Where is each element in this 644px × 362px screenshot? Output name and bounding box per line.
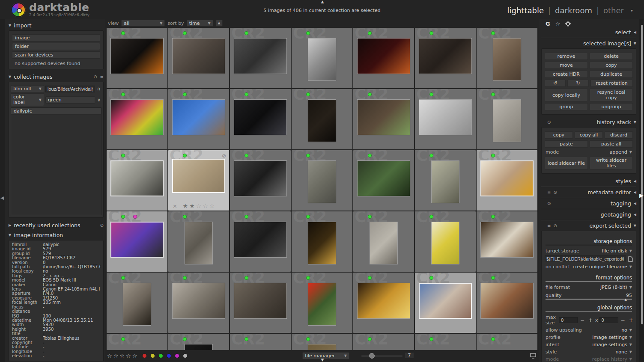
thumbnail-red-lantern[interactable]: CR2 — [353, 28, 414, 88]
thumbnail-stone-wall-climber[interactable]: CR2⊘×★★☆☆☆ — [168, 150, 229, 211]
profile-dropdown[interactable]: image settings ▼ — [592, 335, 632, 340]
geotagging-header[interactable]: geotagging ◀ — [540, 210, 637, 220]
thumbnail-white-sink[interactable]: CR2 — [415, 89, 476, 149]
delete-button[interactable]: delete — [590, 53, 633, 60]
view-filter-dropdown[interactable]: all ▼ — [121, 20, 165, 27]
thumbnail-brick-arch[interactable]: CR2 — [107, 273, 167, 333]
remove-button[interactable]: remove — [545, 53, 588, 60]
duplicate-button[interactable]: duplicate — [590, 71, 633, 78]
height-plus-button[interactable]: + — [628, 317, 635, 323]
rule-add-chevron-icon[interactable]: ∨ — [96, 97, 101, 103]
copy-button[interactable]: copy — [545, 131, 573, 139]
copy-locally-button[interactable]: copy locally — [545, 89, 588, 101]
reject-icon[interactable]: × — [173, 203, 177, 209]
view-other[interactable]: other — [603, 6, 624, 15]
select-header[interactable]: select ◀ — [540, 27, 637, 37]
collapse-right-panel-icon[interactable]: ▶ — [639, 192, 644, 199]
reset-rotation-button[interactable]: reset rotation — [590, 80, 633, 87]
target-storage-dropdown[interactable]: file on disk ▼ — [602, 248, 632, 254]
collapse-left-panel-icon[interactable]: ◀ — [0, 195, 4, 201]
tagging-header[interactable]: ⊙ tagging ◀ — [540, 199, 637, 208]
rating-star-icon[interactable]: ☆ — [209, 202, 215, 209]
thumbnail-round-sign-fence[interactable]: CR2 — [292, 150, 352, 211]
write-sidecar-files-button[interactable]: write sidecar files — [590, 157, 633, 169]
load-sidecar-file-button[interactable]: load sidecar file — [545, 157, 588, 169]
zoom-slider[interactable] — [361, 356, 402, 356]
view-lighttable[interactable]: lighttable — [507, 6, 544, 15]
thumbnail-spaniel-dog[interactable]: CR2 — [477, 211, 537, 272]
sort-by-dropdown[interactable]: time ▼ — [187, 20, 213, 27]
thumbnail-bicycle-bell-dark[interactable]: CR2 — [292, 89, 352, 149]
thumbnail-smoke-dark[interactable]: CR2 — [230, 89, 291, 149]
discard-button[interactable]: discard — [605, 131, 633, 139]
resync-local-copy-button[interactable]: resync local copy — [590, 89, 633, 101]
zoom-slider-handle[interactable] — [369, 353, 375, 359]
styles-header[interactable]: styles ◀ — [540, 176, 637, 186]
color-label-dot[interactable] — [142, 353, 147, 358]
rating-filter-stars[interactable]: ☆☆☆☆☆ — [107, 353, 138, 359]
presets-icon[interactable]: ≡ — [100, 74, 104, 79]
thumbnail-fabric-seam-dark[interactable]: CR2 — [230, 211, 291, 272]
history-mode-dropdown[interactable]: append ▼ — [609, 149, 632, 155]
thumbnail-parkour-jump-bw[interactable]: CR2 — [107, 150, 167, 211]
thumbnail-roof-shingles[interactable]: CR2 — [230, 273, 291, 333]
history-stack-header[interactable]: ⊙ history stack ▼ — [540, 117, 637, 127]
move-button[interactable]: move — [545, 62, 588, 69]
star-filter-icon[interactable]: ☆ — [132, 353, 139, 359]
export-selected-header[interactable]: ≡⊙ export selected ▼ — [540, 221, 637, 231]
rule1-value-input[interactable] — [45, 86, 95, 92]
thumbnail-shell-in-hands[interactable]: CR2 — [415, 273, 476, 333]
intent-dropdown[interactable]: image settings ▼ — [592, 342, 632, 347]
thumbnail-fern-leaves[interactable]: CR2 — [353, 150, 414, 211]
rating-star-icon[interactable]: ★ — [189, 202, 195, 209]
collect-images-header[interactable]: ▼ collect images ⊙ ≡ — [8, 72, 104, 82]
thumbnail-fried-egg-in-pan[interactable]: CR2 — [107, 28, 167, 88]
width-plus-button[interactable]: + — [587, 317, 594, 323]
ungroup-button[interactable]: ungroup — [590, 103, 633, 110]
thumbnail-crocus-flowers[interactable]: CR2 — [353, 89, 414, 149]
group-button[interactable]: group — [545, 103, 588, 110]
thumbnail-candle-jar[interactable]: CR2 — [353, 273, 414, 333]
thumbnail-partial-stone-hole[interactable]: CR2 — [292, 334, 352, 350]
gear-icon[interactable] — [565, 21, 571, 27]
reset-icon[interactable]: ⊙ — [547, 120, 551, 125]
color-label-dot[interactable] — [183, 353, 188, 358]
view-darkroom[interactable]: darkroom — [555, 6, 592, 15]
max-width-input[interactable] — [559, 317, 578, 323]
reset-icon[interactable]: ⊙ — [553, 223, 557, 228]
right-panel-edge[interactable]: ▶ — [639, 19, 644, 362]
import-header[interactable]: ▼ import — [8, 21, 104, 30]
rating-star-icon[interactable]: ☆ — [196, 202, 202, 209]
thumbnail-lufthansa-logo[interactable]: CR2 — [168, 211, 229, 272]
left-panel-edge[interactable]: ◀ — [0, 19, 5, 362]
color-label-filters[interactable] — [142, 353, 188, 358]
rule-options-icon[interactable]: ∩ — [96, 86, 101, 92]
star-filter-icon[interactable]: ☆ — [107, 353, 113, 359]
copy-button[interactable]: copy — [590, 62, 633, 69]
thumbnail-candle-bokeh[interactable]: CR2 — [292, 211, 352, 272]
thumbnail-pear-in-hand[interactable]: CR2 — [415, 150, 476, 211]
presets-icon[interactable]: ≡ — [547, 190, 551, 195]
metadata-editor-header[interactable]: ≡⊙ metadata editor ◀ — [540, 187, 637, 197]
icon-button[interactable]: ↺ — [545, 80, 566, 87]
import-image-button[interactable]: image — [12, 34, 100, 42]
favorites-star-icon[interactable]: ☆ — [555, 21, 561, 27]
rule1-type-dropdown[interactable]: film roll ▼ — [11, 85, 44, 92]
group-toggle[interactable]: G — [546, 21, 550, 27]
thumbnail-partial-row-5[interactable]: CR2 — [353, 334, 414, 350]
collection-list-item[interactable]: dailypic — [11, 108, 101, 115]
reset-icon[interactable]: ⊙ — [93, 74, 97, 79]
color-label-dot[interactable] — [167, 353, 171, 358]
thumbnail-partial-row-7[interactable]: CR2 — [477, 334, 537, 350]
thumbnail-staircase-bw[interactable]: CR2 — [292, 28, 352, 88]
thumbnail-goat-closeup[interactable]: CR2 — [477, 28, 537, 88]
thumbnail-hand-holding-key[interactable]: CR2 — [230, 28, 291, 88]
width-minus-button[interactable]: − — [579, 317, 586, 323]
reset-icon[interactable]: ⊙ — [547, 201, 551, 206]
sort-direction-button[interactable]: ▲ — [216, 20, 223, 27]
import-folder-button[interactable]: folder — [12, 43, 100, 50]
thumbnail-rabbit-figurine[interactable]: CR2 — [168, 28, 229, 88]
max-height-input[interactable] — [599, 317, 618, 323]
rule2-type-dropdown[interactable]: color label ▼ — [11, 93, 44, 106]
thumbnail-forsythia-yellow[interactable]: CR2 — [415, 211, 476, 272]
